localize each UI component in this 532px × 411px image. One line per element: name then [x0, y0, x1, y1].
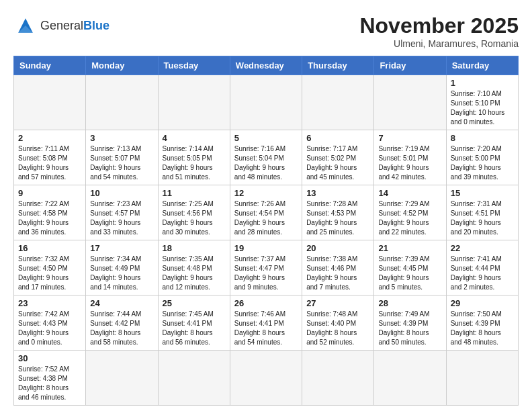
day-cell: 17Sunrise: 7:34 AMSunset: 4:49 PMDayligh… — [86, 240, 158, 295]
generalblue-logo-icon — [13, 13, 38, 38]
day-info: Sunrise: 7:38 AMSunset: 4:46 PMDaylight:… — [306, 255, 369, 292]
day-cell: 22Sunrise: 7:41 AMSunset: 4:44 PMDayligh… — [446, 240, 518, 295]
header-tuesday: Tuesday — [158, 56, 230, 75]
week-row-4: 16Sunrise: 7:32 AMSunset: 4:50 PMDayligh… — [14, 240, 519, 295]
day-info: Sunrise: 7:13 AMSunset: 5:07 PMDaylight:… — [90, 144, 153, 182]
day-info: Sunrise: 7:48 AMSunset: 4:40 PMDaylight:… — [306, 310, 369, 347]
logo-general: General — [40, 19, 83, 32]
header-thursday: Thursday — [302, 56, 374, 75]
day-info: Sunrise: 7:11 AMSunset: 5:08 PMDaylight:… — [18, 144, 81, 182]
header-saturday: Saturday — [446, 56, 518, 75]
day-cell — [158, 351, 230, 406]
week-row-6: 30Sunrise: 7:52 AMSunset: 4:38 PMDayligh… — [14, 351, 519, 406]
day-number: 30 — [18, 353, 81, 363]
day-cell: 29Sunrise: 7:50 AMSunset: 4:39 PMDayligh… — [446, 295, 518, 351]
day-number: 28 — [378, 298, 441, 308]
day-cell: 19Sunrise: 7:37 AMSunset: 4:47 PMDayligh… — [230, 240, 302, 295]
week-row-2: 2Sunrise: 7:11 AMSunset: 5:08 PMDaylight… — [14, 130, 519, 185]
day-cell — [446, 351, 518, 406]
day-info: Sunrise: 7:16 AMSunset: 5:04 PMDaylight:… — [234, 144, 298, 182]
day-cell — [158, 75, 230, 130]
day-number: 25 — [163, 298, 226, 308]
day-number: 4 — [163, 133, 226, 143]
day-cell: 23Sunrise: 7:42 AMSunset: 4:43 PMDayligh… — [14, 295, 86, 351]
day-cell: 10Sunrise: 7:23 AMSunset: 4:57 PMDayligh… — [86, 185, 158, 240]
day-cell: 14Sunrise: 7:29 AMSunset: 4:52 PMDayligh… — [374, 185, 446, 240]
day-number: 12 — [234, 188, 298, 198]
day-info: Sunrise: 7:10 AMSunset: 5:10 PMDaylight:… — [451, 89, 514, 127]
header-monday: Monday — [86, 56, 158, 75]
day-number: 19 — [234, 243, 298, 253]
day-info: Sunrise: 7:23 AMSunset: 4:57 PMDaylight:… — [90, 199, 153, 237]
location: Ulmeni, Maramures, Romania — [359, 38, 519, 49]
day-number: 9 — [18, 188, 81, 198]
day-info: Sunrise: 7:50 AMSunset: 4:39 PMDaylight:… — [451, 310, 514, 347]
header-sunday: Sunday — [14, 56, 86, 75]
day-number: 6 — [306, 133, 369, 143]
day-cell: 12Sunrise: 7:26 AMSunset: 4:54 PMDayligh… — [230, 185, 302, 240]
day-info: Sunrise: 7:46 AMSunset: 4:41 PMDaylight:… — [234, 310, 298, 347]
day-cell: 2Sunrise: 7:11 AMSunset: 5:08 PMDaylight… — [14, 130, 86, 185]
day-info: Sunrise: 7:39 AMSunset: 4:45 PMDaylight:… — [378, 255, 441, 292]
day-number: 2 — [18, 133, 81, 143]
day-info: Sunrise: 7:29 AMSunset: 4:52 PMDaylight:… — [378, 199, 441, 237]
day-cell — [302, 75, 374, 130]
day-cell — [14, 75, 86, 130]
logo-text: GeneralBlue — [40, 19, 109, 32]
day-number: 16 — [18, 243, 81, 253]
header-wednesday: Wednesday — [230, 56, 302, 75]
title-area: November 2025 Ulmeni, Maramures, Romania — [359, 13, 519, 49]
day-number: 10 — [90, 188, 153, 198]
day-cell: 21Sunrise: 7:39 AMSunset: 4:45 PMDayligh… — [374, 240, 446, 295]
day-cell: 27Sunrise: 7:48 AMSunset: 4:40 PMDayligh… — [302, 295, 374, 351]
day-info: Sunrise: 7:22 AMSunset: 4:58 PMDaylight:… — [18, 199, 81, 237]
day-cell: 20Sunrise: 7:38 AMSunset: 4:46 PMDayligh… — [302, 240, 374, 295]
week-row-5: 23Sunrise: 7:42 AMSunset: 4:43 PMDayligh… — [14, 295, 519, 351]
day-number: 29 — [451, 298, 514, 308]
week-row-1: 1Sunrise: 7:10 AMSunset: 5:10 PMDaylight… — [14, 75, 519, 130]
day-cell — [86, 351, 158, 406]
day-cell: 3Sunrise: 7:13 AMSunset: 5:07 PMDaylight… — [86, 130, 158, 185]
day-cell — [230, 351, 302, 406]
day-cell: 9Sunrise: 7:22 AMSunset: 4:58 PMDaylight… — [14, 185, 86, 240]
day-number: 8 — [451, 133, 514, 143]
day-info: Sunrise: 7:35 AMSunset: 4:48 PMDaylight:… — [163, 255, 226, 292]
day-number: 13 — [306, 188, 369, 198]
logo: GeneralBlue — [13, 13, 109, 38]
day-cell: 15Sunrise: 7:31 AMSunset: 4:51 PMDayligh… — [446, 185, 518, 240]
day-number: 18 — [163, 243, 226, 253]
day-info: Sunrise: 7:26 AMSunset: 4:54 PMDaylight:… — [234, 199, 298, 237]
day-cell: 16Sunrise: 7:32 AMSunset: 4:50 PMDayligh… — [14, 240, 86, 295]
day-cell: 5Sunrise: 7:16 AMSunset: 5:04 PMDaylight… — [230, 130, 302, 185]
day-cell: 18Sunrise: 7:35 AMSunset: 4:48 PMDayligh… — [158, 240, 230, 295]
day-info: Sunrise: 7:44 AMSunset: 4:42 PMDaylight:… — [90, 310, 153, 347]
day-info: Sunrise: 7:25 AMSunset: 4:56 PMDaylight:… — [163, 199, 226, 237]
day-info: Sunrise: 7:14 AMSunset: 5:05 PMDaylight:… — [163, 144, 226, 182]
day-info: Sunrise: 7:17 AMSunset: 5:02 PMDaylight:… — [306, 144, 369, 182]
day-cell: 6Sunrise: 7:17 AMSunset: 5:02 PMDaylight… — [302, 130, 374, 185]
header-friday: Friday — [374, 56, 446, 75]
day-cell: 25Sunrise: 7:45 AMSunset: 4:41 PMDayligh… — [158, 295, 230, 351]
day-cell — [230, 75, 302, 130]
day-number: 15 — [451, 188, 514, 198]
weekday-header-row: Sunday Monday Tuesday Wednesday Thursday… — [14, 56, 519, 75]
day-cell: 8Sunrise: 7:20 AMSunset: 5:00 PMDaylight… — [446, 130, 518, 185]
day-number: 22 — [451, 243, 514, 253]
day-cell: 24Sunrise: 7:44 AMSunset: 4:42 PMDayligh… — [86, 295, 158, 351]
day-number: 21 — [378, 243, 441, 253]
day-info: Sunrise: 7:32 AMSunset: 4:50 PMDaylight:… — [18, 255, 81, 292]
day-number: 5 — [234, 133, 298, 143]
week-row-3: 9Sunrise: 7:22 AMSunset: 4:58 PMDaylight… — [14, 185, 519, 240]
day-cell — [374, 351, 446, 406]
day-number: 20 — [306, 243, 369, 253]
day-cell: 13Sunrise: 7:28 AMSunset: 4:53 PMDayligh… — [302, 185, 374, 240]
day-info: Sunrise: 7:34 AMSunset: 4:49 PMDaylight:… — [90, 255, 153, 292]
day-number: 23 — [18, 298, 81, 308]
day-number: 1 — [451, 78, 514, 88]
day-number: 11 — [163, 188, 226, 198]
month-title: November 2025 — [359, 13, 519, 38]
day-info: Sunrise: 7:28 AMSunset: 4:53 PMDaylight:… — [306, 199, 369, 237]
calendar-body: 1Sunrise: 7:10 AMSunset: 5:10 PMDaylight… — [14, 75, 519, 406]
header: GeneralBlue November 2025 Ulmeni, Maramu… — [13, 13, 519, 49]
day-number: 27 — [306, 298, 369, 308]
